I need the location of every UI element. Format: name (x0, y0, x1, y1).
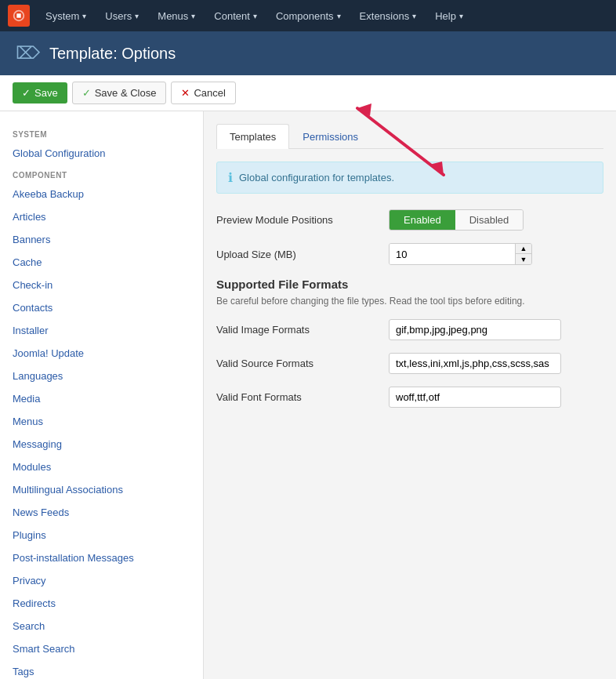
sidebar-item-smart-search[interactable]: Smart Search (0, 637, 203, 660)
form-content: Preview Module Positions Enabled Disable… (216, 209, 603, 408)
sidebar-item-menus[interactable]: Menus (0, 410, 203, 433)
preview-module-toggle: Enabled Disabled (389, 209, 524, 231)
main-content: SYSTEM Global Configuration COMPONENT Ak… (0, 111, 616, 679)
save-button[interactable]: ✓ Save (13, 82, 67, 103)
component-section-label: COMPONENT (0, 165, 203, 183)
nav-menus[interactable]: Menus▾ (150, 0, 203, 31)
nav-components[interactable]: Components▾ (268, 0, 349, 31)
info-box: ℹ Global configuration for templates. (216, 162, 603, 194)
sidebar-item-news-feeds[interactable]: News Feeds (0, 501, 203, 524)
valid-source-input[interactable] (389, 353, 561, 374)
sidebar-item-plugins[interactable]: Plugins (0, 524, 203, 546)
sidebar-item-articles[interactable]: Articles (0, 205, 203, 228)
valid-image-row: Valid Image Formats (216, 319, 603, 340)
spin-down-button[interactable]: ▼ (516, 254, 531, 264)
tab-bar: Templates Permissions (216, 124, 603, 149)
sidebar-item-global-config[interactable]: Global Configuration (0, 142, 203, 165)
valid-font-input[interactable] (389, 387, 561, 408)
section-desc: Be careful before changing the file type… (216, 296, 603, 307)
system-section-label: SYSTEM (0, 124, 203, 142)
save-close-button[interactable]: ✓ Save & Close (72, 82, 167, 104)
valid-source-label: Valid Source Formats (216, 358, 389, 369)
valid-image-input[interactable] (389, 319, 561, 340)
topbar: System▾ Users▾ Menus▾ Content▾ Component… (0, 0, 616, 31)
nav-extensions[interactable]: Extensions▾ (352, 0, 425, 31)
sidebar-item-search[interactable]: Search (0, 615, 203, 637)
sidebar-item-modules[interactable]: Modules (0, 456, 203, 478)
toggle-disabled-button[interactable]: Disabled (455, 210, 524, 230)
template-icon: ⌦ (16, 43, 40, 64)
toggle-enabled-button[interactable]: Enabled (390, 210, 455, 230)
spin-up-button[interactable]: ▲ (516, 244, 531, 254)
tab-templates[interactable]: Templates (216, 124, 289, 149)
info-icon: ℹ (228, 170, 233, 185)
tab-permissions[interactable]: Permissions (289, 124, 371, 149)
cancel-button[interactable]: ✕ Cancel (171, 82, 235, 104)
page-header: ⌦ Template: Options (0, 31, 616, 75)
right-panel: Templates Permissions ℹ Global configura… (204, 111, 616, 679)
valid-font-label: Valid Font Formats (216, 391, 389, 403)
cancel-icon: ✕ (181, 87, 190, 99)
toolbar: ✓ Save ✓ Save & Close ✕ Cancel (0, 75, 616, 111)
upload-size-input[interactable] (390, 244, 515, 264)
page-title: Template: Options (49, 45, 176, 63)
number-spinners: ▲ ▼ (515, 244, 531, 264)
nav-system[interactable]: System▾ (38, 0, 94, 31)
section-heading: Supported File Formats (216, 278, 603, 291)
sidebar-item-languages[interactable]: Languages (0, 365, 203, 387)
sidebar-item-cache[interactable]: Cache (0, 251, 203, 274)
sidebar-item-multilingual[interactable]: Multilingual Associations (0, 478, 203, 501)
nav-content[interactable]: Content▾ (206, 0, 265, 31)
valid-image-label: Valid Image Formats (216, 324, 389, 336)
sidebar-item-checkin[interactable]: Check-in (0, 274, 203, 296)
sidebar-item-installer[interactable]: Installer (0, 319, 203, 342)
sidebar-item-redirects[interactable]: Redirects (0, 592, 203, 615)
upload-size-input-wrap: ▲ ▼ (389, 243, 532, 265)
upload-size-label: Upload Size (MB) (216, 249, 389, 260)
preview-module-row: Preview Module Positions Enabled Disable… (216, 209, 603, 231)
sidebar-item-messaging[interactable]: Messaging (0, 433, 203, 456)
sidebar-item-contacts[interactable]: Contacts (0, 296, 203, 319)
tab-area: Templates Permissions (216, 124, 603, 149)
valid-source-row: Valid Source Formats (216, 353, 603, 374)
sidebar-item-akeeba[interactable]: Akeeba Backup (0, 183, 203, 205)
sidebar-item-media[interactable]: Media (0, 387, 203, 410)
check-icon: ✓ (82, 87, 91, 99)
joomla-logo (8, 5, 30, 27)
nav-users[interactable]: Users▾ (97, 0, 147, 31)
sidebar-item-banners[interactable]: Banners (0, 228, 203, 251)
save-icon: ✓ (22, 87, 31, 99)
sidebar: SYSTEM Global Configuration COMPONENT Ak… (0, 111, 204, 679)
sidebar-item-post-install[interactable]: Post-installation Messages (0, 546, 203, 569)
valid-font-row: Valid Font Formats (216, 387, 603, 408)
preview-module-label: Preview Module Positions (216, 214, 389, 226)
sidebar-item-tags[interactable]: Tags (0, 660, 203, 679)
nav-help[interactable]: Help▾ (427, 0, 471, 31)
sidebar-item-privacy[interactable]: Privacy (0, 569, 203, 592)
upload-size-row: Upload Size (MB) ▲ ▼ (216, 243, 603, 265)
sidebar-item-joomla-update[interactable]: Joomla! Update (0, 342, 203, 365)
